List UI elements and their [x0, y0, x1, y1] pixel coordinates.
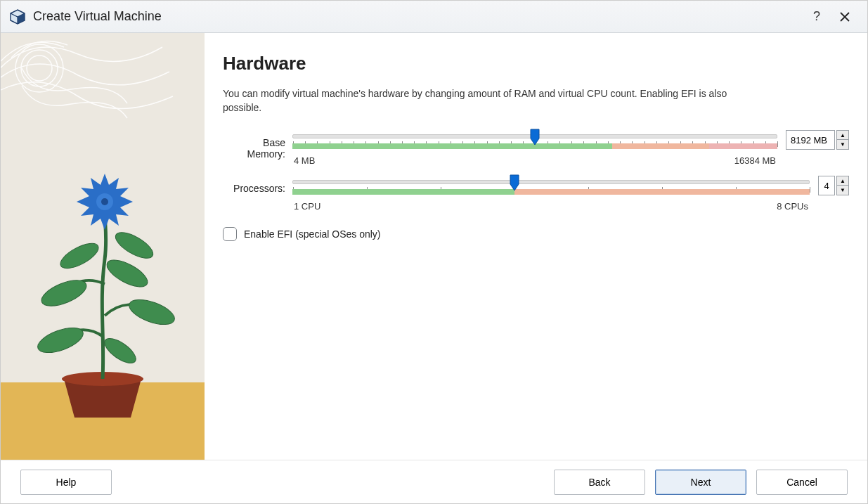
base-memory-down[interactable]: ▼: [837, 140, 848, 149]
processors-slider-thumb[interactable]: [510, 174, 519, 191]
svg-point-11: [57, 238, 102, 273]
base-memory-max: 16384 MB: [734, 155, 776, 166]
processors-label: Processors:: [223, 176, 290, 194]
back-button[interactable]: Back: [554, 470, 645, 495]
efi-label: Enable EFI (special OSes only): [244, 228, 381, 240]
svg-point-16: [101, 198, 108, 205]
base-memory-up[interactable]: ▲: [837, 131, 848, 140]
window-title: Create Virtual Machine: [33, 9, 162, 24]
svg-point-5: [27, 56, 52, 81]
titlebar: Create Virtual Machine ?: [1, 1, 867, 33]
next-button[interactable]: Next: [655, 470, 746, 495]
page-heading: Hardware: [223, 53, 849, 75]
efi-row: Enable EFI (special OSes only): [223, 227, 849, 241]
base-memory-spinner: ▲ ▼: [786, 130, 849, 150]
processors-input[interactable]: [818, 176, 835, 195]
base-memory-label: Base Memory:: [223, 130, 290, 160]
close-button[interactable]: [831, 6, 859, 27]
page-description: You can modify virtual machine's hardwar…: [223, 87, 729, 115]
processors-slider[interactable]: [292, 176, 810, 197]
svg-point-7: [126, 295, 177, 330]
svg-point-3: [15, 44, 63, 92]
base-memory-min: 4 MB: [294, 155, 315, 166]
wizard-window: Create Virtual Machine ?: [0, 0, 868, 504]
processors-up[interactable]: ▲: [837, 176, 848, 186]
processors-min: 1 CPU: [294, 201, 320, 212]
app-icon: [9, 8, 26, 25]
help-button[interactable]: ?: [803, 6, 831, 27]
svg-point-8: [34, 323, 86, 358]
cancel-button[interactable]: Cancel: [756, 470, 848, 495]
efi-checkbox[interactable]: [223, 227, 237, 241]
help-footer-button[interactable]: Help: [20, 470, 112, 495]
processors-down[interactable]: ▼: [837, 186, 848, 195]
sidebar-illustration: [1, 33, 205, 460]
base-memory-slider[interactable]: [292, 130, 777, 151]
base-memory-row: Base Memory: 4 MB 16384 MB: [223, 130, 849, 166]
processors-max: 8 CPUs: [777, 201, 808, 212]
processors-spinner: ▲ ▼: [818, 176, 849, 195]
base-memory-input[interactable]: [786, 130, 835, 150]
svg-point-13: [101, 334, 139, 368]
footer: Help Back Next Cancel: [1, 460, 867, 503]
content-panel: Hardware You can modify virtual machine'…: [205, 33, 867, 460]
plant-icon: [22, 140, 183, 421]
body: Hardware You can modify virtual machine'…: [1, 33, 867, 460]
svg-point-10: [103, 254, 152, 292]
base-memory-slider-thumb[interactable]: [530, 129, 540, 146]
svg-point-12: [112, 228, 157, 264]
processors-row: Processors: 1 CPU 8 CPUs: [223, 176, 849, 212]
